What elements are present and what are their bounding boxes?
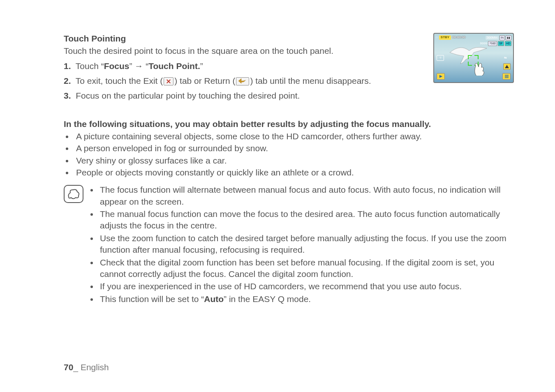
svg-rect-2 (505, 77, 509, 78)
list-item: A person enveloped in fog or surrounded … (74, 143, 514, 154)
list-item: Use the zoom function to catch the desir… (98, 233, 514, 256)
step-text: ” (200, 61, 203, 71)
svg-rect-1 (505, 76, 509, 76)
badge-storage: IN (500, 35, 505, 40)
footer-language: English (81, 362, 109, 372)
step-text: Focus on the particular point by touchin… (76, 91, 300, 100)
step-number: 1. (64, 61, 71, 71)
return-icon (236, 77, 249, 85)
exposure-icon (503, 63, 511, 70)
battery-icon: ▮▮ (506, 35, 511, 40)
list-item: People or objects moving constantly or q… (74, 167, 514, 178)
badge-resolution: 7680 (488, 41, 497, 46)
step-text: ) tab until the menu disappears. (250, 76, 371, 85)
step-text: To exit, touch the Exit ( (76, 76, 163, 85)
playback-button[interactable] (437, 73, 445, 80)
page-number: 70 (64, 362, 73, 372)
list-item: A picture containing several objects, so… (74, 131, 514, 142)
note-bold: Auto (204, 294, 224, 304)
badge-hd: HD (505, 41, 511, 46)
screen-thumbnail: ⌂ STBY 00:00:00 300Min IN ▮▮ 9999 7680 S… (433, 33, 514, 83)
note-icon (64, 185, 83, 203)
list-item: Check that the digital zoom function has… (98, 257, 514, 280)
step-number: 2. (64, 76, 71, 85)
note-text: ” in the EASY Q mode. (224, 294, 311, 304)
step-text: ” → “ (130, 61, 149, 71)
notes-list: The focus function will alternate betwee… (89, 183, 514, 305)
status-timer: 00:00:00 (452, 35, 465, 40)
manual-focus-heading: In the following situations, you may obt… (64, 118, 514, 130)
touch-hand-icon (473, 61, 487, 76)
menu-button[interactable] (502, 73, 511, 80)
camera-icon: ✧ (437, 55, 444, 61)
badge-sf: SF (498, 41, 504, 46)
manual-focus-list: A picture containing several objects, so… (64, 131, 514, 178)
status-stby: STBY (439, 35, 451, 40)
step-bold: Focus (104, 61, 130, 71)
footer-separator: _ (73, 362, 78, 372)
exit-icon (164, 77, 173, 85)
list-item: The manual focus function can move the f… (98, 208, 514, 232)
status-remaining: 300Min (486, 36, 499, 40)
swap-icon: ⇆ (504, 56, 510, 62)
step-text: ) tab or Return ( (174, 76, 235, 85)
step-bold: Touch Point. (148, 61, 200, 71)
list-item: Very shiny or glossy surfaces like a car… (74, 155, 514, 166)
note-text: This function will be set to “ (100, 294, 204, 304)
svg-rect-0 (505, 75, 509, 75)
list-item: This function will be set to “Auto” in t… (98, 293, 514, 305)
home-icon: ⌂ (436, 35, 438, 40)
list-item: If you are inexperienced in the use of H… (98, 281, 514, 292)
step-3: 3. Focus on the particular point by touc… (64, 90, 514, 101)
step-text: Touch “ (76, 61, 104, 71)
page-footer: 70_ English (64, 362, 109, 373)
step-number: 3. (64, 91, 71, 100)
list-item: The focus function will alternate betwee… (98, 184, 514, 208)
status-count: 9999 (480, 42, 488, 46)
